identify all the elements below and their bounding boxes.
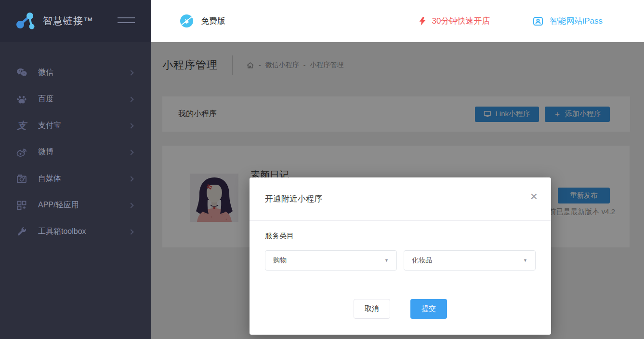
alipay-icon: 支 <box>16 120 27 132</box>
close-icon[interactable]: × <box>530 190 538 203</box>
baidu-icon <box>16 94 27 105</box>
plan-label: 免费版 <box>201 15 225 27</box>
logo-bar: 智慧链接™ <box>0 0 151 42</box>
chevron-right-icon <box>128 96 133 102</box>
sidebar-item-toolbox[interactable]: 工具箱toolbox <box>0 218 151 245</box>
sidebar-menu: 微信 百度 支 支付宝 <box>0 42 151 245</box>
dialog-footer: 取消 提交 <box>250 299 551 319</box>
dropdown-arrow-icon: ▼ <box>523 258 527 263</box>
logo-text: 智慧链接™ <box>43 14 93 27</box>
chevron-right-icon <box>128 229 133 234</box>
secondary-category-select[interactable]: 化妆品 ▼ <box>404 250 536 271</box>
sidebar-item-label: 微博 <box>38 147 129 157</box>
wechat-icon <box>16 67 27 79</box>
sidebar: 智慧链接™ 微信 <box>0 0 151 339</box>
service-category-label: 服务类目 <box>265 231 536 241</box>
primary-category-select[interactable]: 购物 ▼ <box>265 250 397 271</box>
menu-toggle-icon[interactable] <box>118 17 135 27</box>
camera-icon <box>16 173 27 185</box>
dialog-header: 开通附近小程序 × <box>250 177 551 221</box>
sidebar-item-label: 工具箱toolbox <box>38 227 129 237</box>
wrench-icon <box>16 226 27 238</box>
sidebar-item-app[interactable]: APP/轻应用 <box>0 192 151 218</box>
ipass-label: 智能网站iPass <box>550 15 603 27</box>
top-header: ¥ 免费版 30分钟快速开店 智能网站iPass <box>151 0 644 42</box>
cancel-button[interactable]: 取消 <box>354 299 390 319</box>
logo-molecule-icon <box>16 12 37 31</box>
sidebar-item-wechat[interactable]: 微信 <box>0 59 151 86</box>
dialog-title: 开通附近小程序 <box>265 193 322 204</box>
primary-category-value: 购物 <box>273 256 384 265</box>
sidebar-item-baidu[interactable]: 百度 <box>0 86 151 112</box>
submit-button[interactable]: 提交 <box>410 299 447 319</box>
sidebar-item-label: 微信 <box>38 68 129 78</box>
sidebar-item-alipay[interactable]: 支 支付宝 <box>0 112 151 139</box>
sidebar-item-weibo[interactable]: 微博 <box>0 139 151 165</box>
chevron-right-icon <box>128 176 133 181</box>
sidebar-item-label: 百度 <box>38 94 129 104</box>
secondary-category-value: 化妆品 <box>412 256 523 265</box>
sidebar-item-label: APP/轻应用 <box>38 200 129 210</box>
dialog-body: 服务类目 购物 ▼ 化妆品 ▼ <box>250 221 551 271</box>
dropdown-arrow-icon: ▼ <box>384 258 389 263</box>
app-grid-icon <box>16 200 27 211</box>
weibo-icon <box>16 147 27 158</box>
sidebar-item-label: 自媒体 <box>38 174 129 184</box>
nearby-miniprogram-dialog: 开通附近小程序 × 服务类目 购物 ▼ 化妆品 ▼ 取消 提交 <box>250 177 551 335</box>
chevron-right-icon <box>128 70 133 75</box>
quick-shop-label: 30分钟快速开店 <box>432 15 490 27</box>
quick-shop-link[interactable]: 30分钟快速开店 <box>418 15 490 27</box>
chevron-right-icon <box>128 149 133 155</box>
category-selects: 购物 ▼ 化妆品 ▼ <box>265 250 536 271</box>
chevron-right-icon <box>128 203 133 208</box>
ipass-link[interactable]: 智能网站iPass <box>532 15 603 27</box>
id-card-icon <box>532 15 544 27</box>
free-version-icon: ¥ <box>180 14 193 27</box>
sidebar-item-label: 支付宝 <box>38 121 129 131</box>
chevron-right-icon <box>128 123 133 128</box>
lightning-icon <box>418 16 427 27</box>
plan-badge[interactable]: ¥ 免费版 <box>180 14 225 27</box>
sidebar-item-media[interactable]: 自媒体 <box>0 165 151 192</box>
